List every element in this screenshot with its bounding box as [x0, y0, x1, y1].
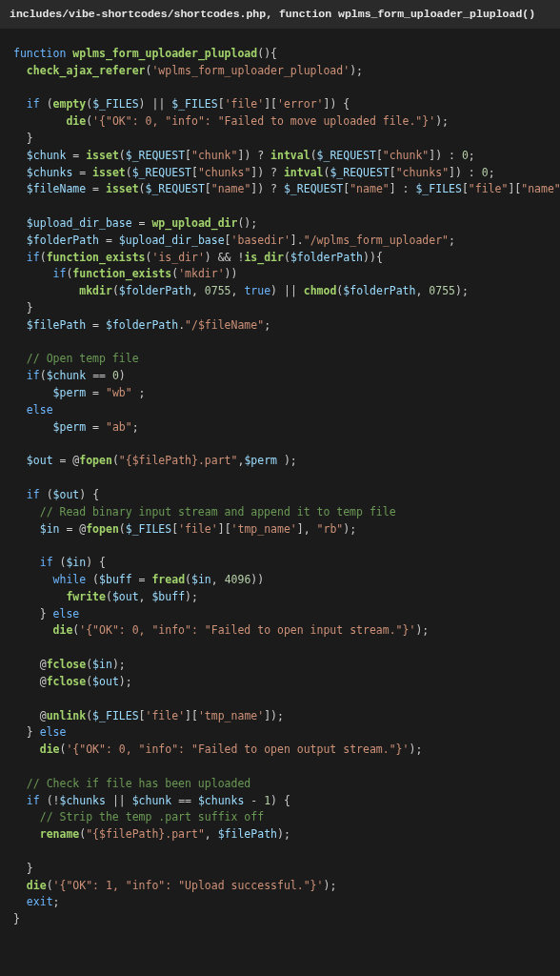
- var: $buff: [99, 573, 132, 586]
- var: $_REQUEST: [146, 182, 205, 195]
- keyword-function: function: [13, 47, 66, 60]
- var: $_REQUEST: [330, 166, 389, 179]
- keyword-if: if: [27, 794, 40, 807]
- keyword-exit: exit: [27, 895, 53, 908]
- fn-fread: fread: [151, 573, 185, 586]
- var: $out: [27, 454, 53, 467]
- string: '{"OK": 1, "info": "Upload successful."}…: [53, 879, 324, 892]
- var: $chunk: [47, 369, 87, 382]
- string: "/$fileName": [185, 318, 264, 332]
- comment: // Check if file has been uploaded: [27, 777, 250, 790]
- var: $_REQUEST: [126, 149, 185, 162]
- fn-unlink: unlink: [47, 709, 87, 722]
- string: 'basedir': [231, 234, 290, 247]
- comment: // Strip the temp .part suffix off: [40, 810, 264, 824]
- file-path-header: includes/vibe-shortcodes/shortcodes.php,…: [0, 0, 560, 29]
- fn-isset: isset: [86, 149, 119, 162]
- keyword-else: else: [40, 725, 67, 739]
- number: 0: [112, 369, 119, 382]
- string: '{"OK": 0, "info": "Failed to open input…: [79, 623, 415, 637]
- fn-die: die: [27, 879, 47, 892]
- fn-intval: intval: [270, 149, 310, 162]
- number: 0: [462, 149, 469, 162]
- keyword-if: if: [27, 97, 40, 111]
- fn-fopen: fopen: [79, 454, 112, 467]
- var: $filePath: [27, 318, 86, 332]
- string: '{"OK": 0, "info": "Failed to open outpu…: [66, 742, 409, 756]
- var: $out: [112, 590, 139, 603]
- fn-empty: empty: [53, 97, 87, 111]
- code-block: function wplms_form_uploader_plupload(){…: [0, 29, 560, 942]
- var: $buff: [151, 590, 185, 603]
- string: "name": [521, 182, 560, 195]
- fn-call: wp_upload_dir: [151, 216, 237, 230]
- fn-chmod: chmod: [304, 284, 337, 297]
- fn-call: check_ajax_referer: [27, 64, 146, 77]
- string: "chunks": [198, 166, 250, 179]
- string: 'error': [277, 97, 323, 111]
- fn-call: is_dir: [244, 251, 284, 264]
- number: 4096: [225, 573, 251, 586]
- number: 0755: [205, 284, 231, 297]
- var: $in: [40, 522, 60, 536]
- fn-fclose: fclose: [47, 658, 87, 671]
- var: $_FILES: [126, 522, 171, 536]
- var: $_FILES: [92, 709, 138, 722]
- keyword-if: if: [27, 251, 40, 264]
- var: $perm: [53, 386, 87, 399]
- fn-die: die: [66, 114, 86, 128]
- string: "name": [211, 182, 251, 195]
- fn-die: die: [53, 623, 73, 637]
- string: 'file': [178, 522, 218, 536]
- fn-mkdir: mkdir: [79, 284, 112, 297]
- var: $folderPath: [106, 318, 178, 332]
- var: $fileName: [27, 182, 86, 195]
- var: $_REQUEST: [132, 166, 191, 179]
- var: $_FILES: [171, 97, 217, 111]
- var: $chunk: [27, 149, 67, 162]
- string: "chunk": [191, 149, 237, 162]
- keyword-true: true: [244, 284, 270, 297]
- string: 'tmp_name': [231, 522, 297, 536]
- string: 'file': [146, 709, 186, 722]
- var: $out: [53, 488, 80, 501]
- string: 'wplms_form_uploader_plupload': [151, 64, 350, 77]
- keyword-if: if: [53, 267, 67, 280]
- keyword-if: if: [27, 369, 40, 382]
- var: $folderPath: [27, 234, 99, 247]
- var: $chunks: [60, 794, 106, 807]
- var: $in: [191, 573, 211, 586]
- comment: // Read binary input stream and append i…: [40, 505, 396, 518]
- keyword-if: if: [40, 556, 53, 569]
- string: "{$filePath}.part": [86, 827, 205, 841]
- var: $folderPath: [343, 284, 415, 297]
- comment: // Open temp file: [27, 352, 139, 365]
- var: $out: [92, 675, 119, 688]
- var: $_REQUEST: [317, 149, 376, 162]
- keyword-else: else: [53, 607, 80, 620]
- string: 'is_dir': [151, 251, 204, 264]
- string: "{$filePath}.part": [119, 454, 238, 467]
- function-name: wplms_form_uploader_plupload: [72, 47, 257, 60]
- fn-isset: isset: [106, 182, 139, 195]
- string: "/wplms_form_uploader": [304, 234, 449, 247]
- string: "ab": [106, 420, 132, 434]
- var: $folderPath: [290, 251, 363, 264]
- fn-call: function_exists: [47, 251, 146, 264]
- fn-fclose: fclose: [47, 675, 87, 688]
- keyword-if: if: [27, 488, 40, 501]
- var: $upload_dir_base: [27, 216, 132, 230]
- fn-intval: intval: [284, 166, 324, 179]
- var: $_FILES: [415, 182, 461, 195]
- var: $_REQUEST: [284, 182, 343, 195]
- var: $chunk: [132, 794, 172, 807]
- string: "file": [469, 182, 509, 195]
- fn-fwrite: fwrite: [66, 590, 106, 603]
- var: $chunks: [198, 794, 244, 807]
- keyword-else: else: [27, 403, 53, 417]
- var: $filePath: [218, 827, 277, 841]
- number: 1: [264, 794, 270, 807]
- string: "chunks": [396, 166, 449, 179]
- fn-isset: isset: [92, 166, 126, 179]
- fn-fopen: fopen: [86, 522, 119, 536]
